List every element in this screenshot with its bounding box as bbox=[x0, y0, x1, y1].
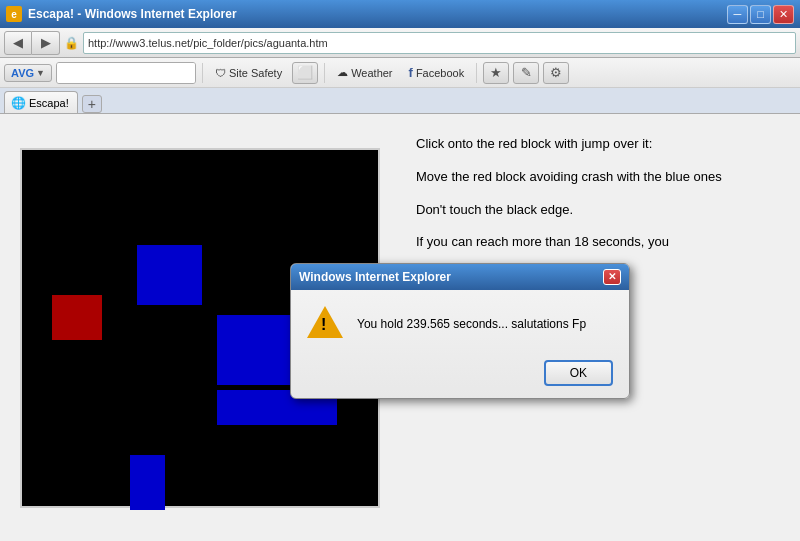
dialog-close-button[interactable]: ✕ bbox=[603, 269, 621, 285]
tab-favicon: 🌐 bbox=[11, 96, 25, 110]
instruction-3: Don't touch the black edge. bbox=[416, 200, 784, 221]
navigation-bar: ◀ ▶ 🔒 bbox=[0, 28, 800, 58]
dialog-message: You hold 239.565 seconds... salutations … bbox=[357, 317, 613, 331]
avg-logo: AVG bbox=[11, 67, 34, 79]
maximize-button[interactable]: □ bbox=[750, 5, 771, 24]
edit-button[interactable]: ✎ bbox=[513, 62, 539, 84]
dialog-body: ! You hold 239.565 seconds... salutation… bbox=[291, 290, 629, 354]
back-button[interactable]: ◀ bbox=[4, 31, 32, 55]
weather-icon: ☁ bbox=[337, 66, 348, 79]
favorites-button[interactable]: ★ bbox=[483, 62, 509, 84]
toolbar-divider-2 bbox=[324, 63, 325, 83]
minimize-button[interactable]: ─ bbox=[727, 5, 748, 24]
address-input[interactable] bbox=[83, 32, 796, 54]
ie-icon: e bbox=[6, 6, 22, 22]
forward-button[interactable]: ▶ bbox=[32, 31, 60, 55]
avg-dropdown-icon: ▼ bbox=[36, 68, 45, 78]
search-input[interactable] bbox=[57, 63, 196, 83]
dialog-box: Windows Internet Explorer ✕ ! You hold 2… bbox=[290, 263, 630, 399]
site-safety-icon: 🛡 bbox=[215, 67, 226, 79]
dialog-title: Windows Internet Explorer bbox=[299, 270, 451, 284]
close-button[interactable]: ✕ bbox=[773, 5, 794, 24]
search-box: 🔍 Search bbox=[56, 62, 196, 84]
address-icon: 🔒 bbox=[64, 36, 79, 50]
tab-bar: 🌐 Escapa! + bbox=[0, 88, 800, 114]
blue-block-3 bbox=[130, 455, 165, 510]
weather-label: Weather bbox=[351, 67, 392, 79]
facebook-icon: f bbox=[409, 65, 413, 80]
new-tab-button[interactable]: + bbox=[82, 95, 102, 113]
ie-icon-text: e bbox=[11, 9, 17, 20]
red-block bbox=[52, 295, 102, 340]
window-controls: ─ □ ✕ bbox=[727, 5, 794, 24]
blue-block-1 bbox=[217, 315, 292, 385]
tools-button[interactable]: ⚙ bbox=[543, 62, 569, 84]
dialog-titlebar: Windows Internet Explorer ✕ bbox=[291, 264, 629, 290]
tab-escapa[interactable]: 🌐 Escapa! bbox=[4, 91, 78, 113]
instruction-4: If you can reach more than 18 seconds, y… bbox=[416, 232, 784, 253]
title-bar: e Escapa! - Windows Internet Explorer ─ … bbox=[0, 0, 800, 28]
toolbar-divider-3 bbox=[476, 63, 477, 83]
title-bar-text: Escapa! - Windows Internet Explorer bbox=[28, 7, 721, 21]
toolbar-icon-1[interactable]: ⬜ bbox=[292, 62, 318, 84]
facebook-label: Facebook bbox=[416, 67, 464, 79]
instruction-2: Move the red block avoiding crash with t… bbox=[416, 167, 784, 188]
toolbar-bar: AVG ▼ 🔍 Search 🛡 Site Safety ⬜ ☁ Weather… bbox=[0, 58, 800, 88]
toolbar-divider-1 bbox=[202, 63, 203, 83]
address-bar-container: 🔒 bbox=[64, 32, 796, 54]
instruction-1: Click onto the red block with jump over … bbox=[416, 134, 784, 155]
dialog-footer: OK bbox=[291, 354, 629, 398]
back-forward-controls: ◀ ▶ bbox=[4, 31, 60, 55]
avg-button[interactable]: AVG ▼ bbox=[4, 64, 52, 82]
tab-label: Escapa! bbox=[29, 97, 69, 109]
warning-exclamation: ! bbox=[321, 316, 326, 334]
facebook-button[interactable]: f Facebook bbox=[403, 63, 471, 82]
warning-icon: ! bbox=[307, 306, 343, 342]
dialog-ok-button[interactable]: OK bbox=[544, 360, 613, 386]
blue-block-0 bbox=[137, 245, 202, 305]
site-safety-label: Site Safety bbox=[229, 67, 282, 79]
site-safety-button[interactable]: 🛡 Site Safety bbox=[209, 65, 288, 81]
weather-button[interactable]: ☁ Weather bbox=[331, 64, 398, 81]
